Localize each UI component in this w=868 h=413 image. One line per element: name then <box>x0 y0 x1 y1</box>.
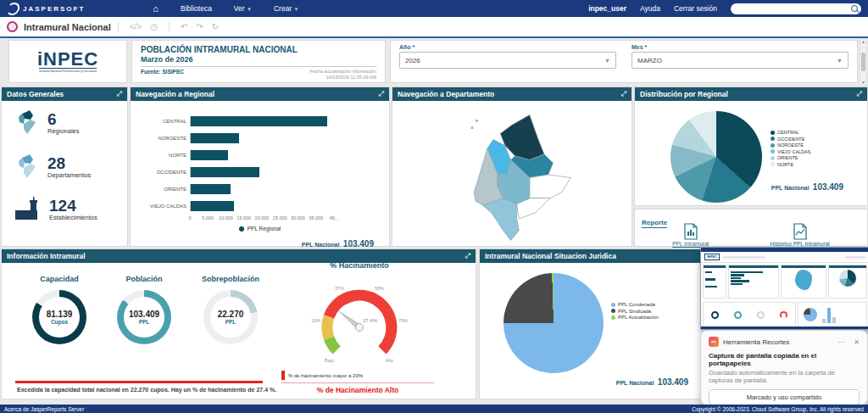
colombia-map-icon <box>14 109 41 137</box>
close-icon[interactable]: ✕ <box>854 338 860 346</box>
panel-informacion-intramural: Información Intramural⤢ Capacidad 81.139… <box>1 248 476 399</box>
legend-item[interactable]: VIEJO CALDAS <box>771 149 810 154</box>
x-axis-tick: 35.000 <box>309 215 323 220</box>
inpec-logo: iNPEC <box>37 51 98 68</box>
bar-viejo-caldas[interactable] <box>191 201 234 211</box>
scroll-down-icon[interactable]: ▼ <box>861 80 865 85</box>
search-input[interactable] <box>731 3 861 14</box>
thumb-panel <box>828 265 867 299</box>
report-link-ppl-intramural[interactable]: PPL Intramural <box>672 223 709 247</box>
chart-legend[interactable]: PPL Regional <box>131 226 389 232</box>
snipping-tool-notification[interactable]: ✂ Herramienta Recortes ⋯ ✕ Captura de pa… <box>700 330 868 405</box>
legend-item[interactable]: CENTRAL <box>771 130 810 135</box>
more-options-icon[interactable]: ⋯ <box>837 338 844 346</box>
bar-norte[interactable] <box>191 150 228 160</box>
ppl-nacional-total: PPL Nacional 103.409 <box>771 178 859 193</box>
panel-title: Datos Generales <box>7 90 64 98</box>
panel-title: Distribución por Regional <box>640 90 728 98</box>
undo-icon[interactable]: ↶ <box>181 22 187 31</box>
month-value: MARZO <box>637 57 662 64</box>
legend-item[interactable]: NOROESTE <box>771 142 810 148</box>
vertical-scrollbar[interactable]: ▲ ▼ <box>860 38 867 86</box>
legend-item[interactable]: PPL Sindicada <box>611 309 659 314</box>
regional-pie-chart[interactable] <box>670 111 762 203</box>
menu-ver[interactable]: Ver ▼ <box>234 4 252 13</box>
juridica-pie-chart[interactable] <box>504 273 604 373</box>
screenshot-preview-window[interactable]: INPEC <box>700 247 868 330</box>
poblacion-donut-chart[interactable]: 103.409 PPL <box>117 290 171 344</box>
month-label: Mes * <box>632 44 849 50</box>
bar-central[interactable] <box>191 116 327 126</box>
bar-occidente[interactable] <box>191 167 259 177</box>
report-link-historico-ppl[interactable]: Histórico PPL Intramural <box>771 223 830 247</box>
svg-text:16%: 16% <box>311 318 320 323</box>
scroll-up-icon[interactable]: ▲ <box>861 39 865 44</box>
legend-item[interactable]: OCCIDENTE <box>771 137 810 142</box>
kpi-unit: Cupos <box>51 319 68 325</box>
capacity-note: Excedida la capacidad total nacional en … <box>17 387 276 393</box>
month-select[interactable]: MARZO ▼ <box>632 52 849 69</box>
panel-navegacion-departamento: Navegación a Departamento⤢ <box>392 87 632 247</box>
about-link[interactable]: Acerca de JasperReports Server <box>4 406 84 412</box>
capacidad-donut-chart[interactable]: 81.139 Cupos <box>32 290 86 344</box>
stat-establecimientos[interactable]: 124 Establecimientos <box>2 189 127 230</box>
bar-oriente[interactable] <box>191 184 231 194</box>
current-user[interactable]: inpec_user <box>588 4 626 13</box>
search-icon[interactable] <box>851 5 858 12</box>
legend-item[interactable]: ORIENTE <box>771 155 810 160</box>
expand-icon[interactable]: ⤢ <box>465 252 470 260</box>
year-select[interactable]: 2026 ▼ <box>399 52 616 69</box>
redo-icon[interactable]: ↷ <box>196 22 203 31</box>
thumb-line <box>723 256 765 259</box>
stat-regionales[interactable]: 6 Regionales <box>2 101 127 145</box>
scrollbar-thumb[interactable] <box>861 53 865 71</box>
svg-text:Alto: Alto <box>386 358 393 363</box>
legend-item[interactable]: PPL Condenada <box>611 302 659 307</box>
legend-chip <box>771 131 775 135</box>
logout-link[interactable]: Cerrar sesión <box>674 4 717 13</box>
schedule-icon[interactable]: ◷ <box>150 22 158 31</box>
panel-title: Intramural Nacional Situacion Juridica <box>485 252 616 260</box>
expand-icon[interactable]: ⤢ <box>117 90 122 98</box>
report-document-icon <box>683 223 698 240</box>
legend-item[interactable]: PPL Actualización <box>611 315 659 320</box>
expand-icon[interactable]: ⤢ <box>621 90 626 98</box>
menu-crear[interactable]: Crear ▼ <box>274 4 299 13</box>
legend-chip <box>771 149 775 153</box>
x-axis-tick: 30.000 <box>291 215 305 220</box>
map-region-oriente-llanos[interactable] <box>530 175 570 198</box>
markup-share-button[interactable]: Marcado y uso compartido <box>709 389 860 405</box>
legend-item[interactable]: NORTE <box>771 162 810 167</box>
colombia-choropleth-map[interactable] <box>419 104 605 245</box>
embed-code-icon[interactable]: </> <box>130 22 142 31</box>
x-axis-tick: 25.000 <box>273 215 287 220</box>
bar-noroeste[interactable] <box>191 133 239 143</box>
sobrepoblacion-donut-chart[interactable]: 22.270 PPL <box>203 290 258 344</box>
chevron-down-icon: ▼ <box>837 58 843 64</box>
expand-icon[interactable]: ⤢ <box>379 90 384 98</box>
help-link[interactable]: Ayuda <box>640 4 660 13</box>
map-island[interactable] <box>471 126 474 129</box>
menu-biblioteca[interactable]: Biblioteca <box>181 4 212 13</box>
x-axis-tick: 15.000 <box>236 215 251 220</box>
stat-departamentos[interactable]: 28 Departamentos <box>2 145 127 189</box>
x-axis-tick: 20.000 <box>255 215 270 220</box>
panel-datos-generales: Datos Generales⤢ 6 Regionales 28 Departa… <box>1 87 128 247</box>
colombia-map-icon <box>14 153 41 181</box>
kpi-value: 81.139 <box>47 310 73 319</box>
panel-title: Información Intramural <box>7 252 86 260</box>
year-label: Año * <box>399 44 616 50</box>
jaspersoft-logo[interactable]: JASPERSOFT <box>7 3 85 15</box>
legend-label: NORTE <box>777 162 793 167</box>
home-icon[interactable]: ⌂ <box>153 3 159 14</box>
panel-reporte: Reporte PPL Intramural Histórico P <box>634 209 868 247</box>
refresh-icon[interactable]: ↻ <box>212 22 219 31</box>
expand-icon[interactable]: ⤢ <box>857 90 862 98</box>
hacinamiento-gauge-chart[interactable]: 16%37%58%79%BajoAlto27.4% <box>304 276 415 366</box>
map-island[interactable] <box>476 120 478 122</box>
map-region-sur[interactable] <box>482 198 519 241</box>
panel-title: Navegación a Departamento <box>398 90 494 98</box>
stat-label: Departamentos <box>47 171 91 179</box>
chevron-down-icon: ▼ <box>604 58 610 64</box>
bar-row: NOROESTE <box>131 130 389 147</box>
